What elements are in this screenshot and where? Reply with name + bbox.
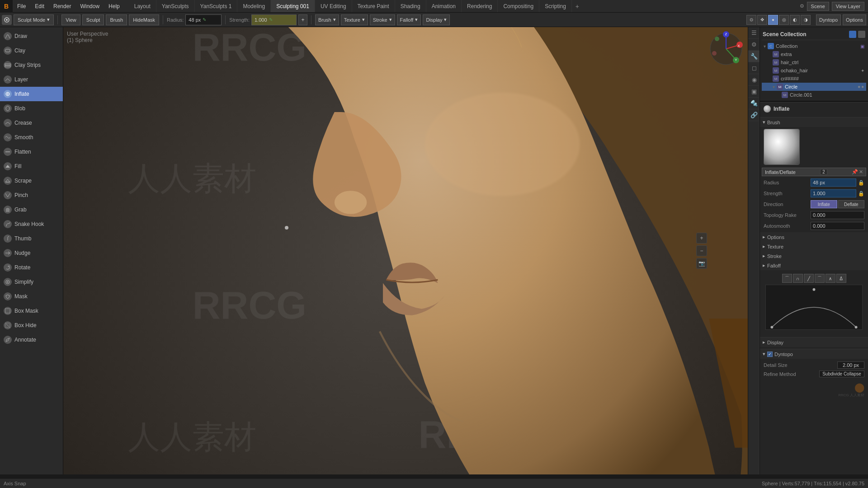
camera-btn[interactable]: 📷 <box>696 258 707 269</box>
detail-size-value[interactable]: 2.00 px <box>837 361 864 369</box>
falloff-section-header[interactable]: ▸ Falloff <box>760 261 868 270</box>
tab-rendering[interactable]: Rendering <box>462 0 498 12</box>
strength-lock-icon[interactable]: 🔒 <box>858 191 864 197</box>
view3d-icon[interactable]: ◻ <box>748 62 760 74</box>
sculpt-mode-dropdown[interactable]: Sculpt Mode ▾ <box>14 14 54 25</box>
strength-prop-value[interactable]: 1.000 <box>811 189 856 197</box>
brush-menu[interactable]: Brush <box>106 14 127 25</box>
brush-close-icon[interactable]: ✕ <box>859 169 863 175</box>
tree-extra[interactable]: M extra <box>762 50 866 58</box>
brush-annotate[interactable]: Annotate <box>0 333 63 347</box>
menu-file[interactable]: File <box>13 0 30 12</box>
brush-smooth[interactable]: Smooth <box>0 130 63 145</box>
options-dropdown[interactable]: Options <box>843 14 866 25</box>
display-section-header[interactable]: ▸ Display <box>760 338 868 347</box>
falloff-preset-3[interactable]: ╱ <box>804 274 814 283</box>
brush-layer[interactable]: Layer <box>0 72 63 87</box>
tab-uv-editing[interactable]: UV Editing <box>315 0 352 12</box>
properties-icon[interactable]: ⚙ <box>748 39 760 51</box>
tree-circle[interactable]: ▾ M Circle ✦✦ <box>762 83 866 91</box>
tree-hair-ctrl[interactable]: M hair_ctrl <box>762 58 866 66</box>
add-workspace-tab[interactable]: + <box>572 0 583 12</box>
tab-yansculpts[interactable]: YanSculpts <box>156 0 195 12</box>
radius-lock-icon[interactable]: 🔒 <box>858 180 864 186</box>
sculpt-menu[interactable]: Sculpt <box>82 14 104 25</box>
radius-prop-value[interactable]: 48 px <box>811 178 856 187</box>
falloff-preset-5[interactable]: ∧ <box>826 274 835 283</box>
brush-flatten[interactable]: Flatten <box>0 145 63 159</box>
topology-rake-value[interactable]: 0.000 <box>811 211 864 219</box>
falloff-preset-6[interactable]: Δ <box>836 274 846 283</box>
brush-nudge[interactable]: Nudge <box>0 246 63 260</box>
brush-blob[interactable]: Blob <box>0 101 63 116</box>
brush-rotate[interactable]: Rotate <box>0 260 63 275</box>
view-menu[interactable]: View <box>61 14 80 25</box>
scene-col-icon1[interactable] <box>849 31 856 38</box>
tab-animation[interactable]: Animation <box>426 0 462 12</box>
menu-render[interactable]: Render <box>49 0 75 12</box>
options-section-header[interactable]: ▸ Options <box>760 232 868 242</box>
scene-selector[interactable]: Scene <box>807 2 829 11</box>
brush-pin-icon[interactable]: 📌 <box>852 169 858 175</box>
material-mode-icon[interactable]: ◐ <box>790 15 800 25</box>
tree-cr[interactable]: M cr##### <box>762 75 866 83</box>
solid-mode-icon[interactable]: ● <box>768 15 778 25</box>
constraint-icon[interactable]: 🔗 <box>748 109 760 121</box>
brush-scrape[interactable]: Scrape <box>0 174 63 188</box>
brush-simplify[interactable]: Simplify <box>0 275 63 289</box>
orientation-gizmo[interactable]: X Y Z <box>708 31 744 67</box>
deflate-direction-btn[interactable]: Deflate <box>838 200 865 208</box>
tab-yansculpts-1[interactable]: YanSculpts 1 <box>195 0 238 12</box>
radius-field[interactable]: 48 px ✎ <box>185 14 222 25</box>
dyntopo-dropdown[interactable]: Dyntopo <box>816 14 841 25</box>
brush-mask[interactable]: Mask <box>0 289 63 304</box>
tab-scripting[interactable]: Scripting <box>539 0 572 12</box>
tool-properties-icon[interactable]: 🔧 <box>748 51 760 62</box>
display-dropdown[interactable]: Display▾ <box>423 14 450 25</box>
tab-compositing[interactable]: Compositing <box>498 0 539 12</box>
outliner-icon[interactable]: ☰ <box>748 27 760 39</box>
brush-snake-hook[interactable]: Snake Hook <box>0 217 63 231</box>
dyntopo-section-header[interactable]: ▾ Dyntopo <box>760 349 868 359</box>
brush-clay[interactable]: Clay <box>0 43 63 58</box>
wireframe-icon[interactable]: ◎ <box>779 15 789 25</box>
brush-clay-strips[interactable]: Clay Strips <box>0 58 63 72</box>
stroke-section-header[interactable]: ▸ Stroke <box>760 251 868 261</box>
brush-draw[interactable]: Draw <box>0 29 63 43</box>
autosmooth-value[interactable]: 0.000 <box>811 222 864 230</box>
scene-col-filter-icon[interactable] <box>858 31 865 38</box>
layer-selector[interactable]: View Layer <box>832 2 864 11</box>
texture-dropdown[interactable]: Texture▾ <box>341 14 368 25</box>
falloff-preset-2[interactable]: ∩ <box>793 274 803 283</box>
tab-modeling[interactable]: Modeling <box>237 0 271 12</box>
falloff-dropdown[interactable]: Falloff▾ <box>397 14 421 25</box>
add-btn[interactable]: + <box>298 14 307 25</box>
overlay-icon[interactable]: ⊙ <box>746 15 756 25</box>
modifier-icon[interactable]: 🔩 <box>748 98 760 109</box>
texture-section-header[interactable]: ▸ Texture <box>760 242 868 251</box>
refine-method-value[interactable]: Subdivide Collapse <box>819 371 864 377</box>
falloff-preset-1[interactable]: ⌒ <box>782 274 792 283</box>
tree-collection[interactable]: ▾ C Collection ▣ <box>762 42 866 50</box>
menu-window[interactable]: Window <box>75 0 104 12</box>
viewport[interactable]: RRCG 人人素材 人人素材 RRCG RRCG 人人素材 人人素材 RRCG <box>63 27 748 474</box>
tree-circle-001[interactable]: M Circle.001 <box>762 91 866 99</box>
inflate-direction-btn[interactable]: Inflate <box>811 200 837 208</box>
brush-section-header[interactable]: ▾ Brush <box>760 117 868 127</box>
menu-help[interactable]: Help <box>104 0 124 12</box>
brush-inflate[interactable]: Inflate <box>0 87 63 101</box>
tab-texture-paint[interactable]: Texture Paint <box>352 0 395 12</box>
stroke-dropdown[interactable]: Stroke▾ <box>370 14 395 25</box>
brush-box-mask[interactable]: Box Mask <box>0 304 63 318</box>
tab-shading[interactable]: Shading <box>395 0 426 12</box>
zoom-in-btn[interactable]: + <box>696 233 707 244</box>
hide-mask-menu[interactable]: HideMask <box>129 14 159 25</box>
menu-edit[interactable]: Edit <box>30 0 49 12</box>
gizmo-icon[interactable]: ✥ <box>757 15 767 25</box>
falloff-preset-4[interactable]: ⌒ <box>815 274 825 283</box>
zoom-out-btn[interactable]: − <box>696 245 707 256</box>
brush-pinch[interactable]: Pinch <box>0 188 63 202</box>
strength-field[interactable]: 1.000 ✎ <box>251 14 297 25</box>
brush-thumb[interactable]: Thumb <box>0 231 63 246</box>
dyntopo-checkbox[interactable] <box>767 352 773 357</box>
